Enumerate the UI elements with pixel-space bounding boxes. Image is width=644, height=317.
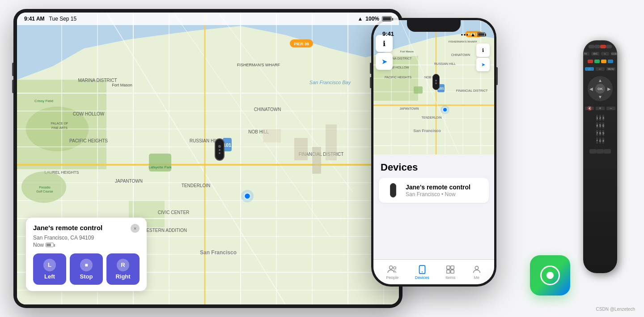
right-button-icon: R: [117, 259, 129, 271]
ipad-location-button[interactable]: ➤: [376, 53, 393, 70]
remote-bottom-btn-1[interactable]: [589, 149, 597, 154]
remote-dpad-up[interactable]: ▲: [598, 78, 602, 83]
svg-point-102: [441, 105, 449, 114]
remote-num-9[interactable]: 9: [602, 130, 604, 136]
svg-rect-53: [294, 138, 308, 160]
items-icon: [445, 265, 455, 274]
location-card: Jane's remote control × San Francisco, C…: [26, 218, 147, 291]
remote-num-6[interactable]: 6: [602, 122, 604, 129]
svg-rect-110: [447, 270, 450, 273]
remote-num-7[interactable]: 7: [596, 130, 598, 136]
remote-vol-down-btn[interactable]: −: [606, 107, 615, 110]
num-0-label: 0: [599, 139, 601, 142]
ipad-screen: 9:41 AM Tue Sep 15 ▲ 100%: [17, 13, 399, 304]
svg-text:PACIFIC HEIGHTS: PACIFIC HEIGHTS: [69, 138, 108, 143]
iphone-device-item[interactable]: Jane's remote control San Francisco • No…: [379, 178, 489, 203]
location-arrow-icon: ➤: [381, 57, 387, 66]
svg-text:San Francisco Bay: San Francisco Bay: [309, 80, 352, 85]
svg-text:Lafayette Park: Lafayette Park: [148, 165, 172, 169]
location-card-title: Jane's remote control: [33, 224, 102, 231]
svg-rect-56: [263, 129, 281, 142]
iphone-devices-title: Devices: [373, 154, 494, 178]
iphone-wifi-icon: ▲: [470, 32, 475, 37]
remote-num-4[interactable]: 4: [596, 122, 598, 129]
remote-num-3[interactable]: 3: [602, 115, 604, 121]
iphone-remote-body: [432, 74, 440, 90]
remote-mute-btn[interactable]: 🔇: [585, 107, 594, 110]
ipad-statusbar: 9:41 AM Tue Sep 15 ▲ 100%: [17, 13, 399, 25]
iphone-info-icon: ℹ: [482, 47, 484, 53]
remote-ok-button[interactable]: OK: [595, 84, 605, 94]
stop-button-icon: ■: [80, 259, 93, 271]
remote-btn-1[interactable]: [589, 45, 594, 48]
remote-tv-guide-btn[interactable]: TV: [583, 52, 589, 56]
iphone-tabbar: People Devices Items: [373, 259, 494, 284]
svg-text:TENDERLOIN: TENDERLOIN: [182, 183, 210, 188]
ipad-time: 9:41 AM: [24, 16, 45, 22]
ipad-statusbar-left: 9:41 AM Tue Sep 15: [24, 16, 76, 22]
remote-dpad-right[interactable]: ▶: [607, 86, 611, 91]
tab-me[interactable]: Me: [472, 265, 482, 280]
ipad-wifi-icon: ▲: [357, 16, 363, 22]
remote-blue-button[interactable]: [608, 60, 613, 63]
iphone-info-button[interactable]: ℹ: [476, 43, 490, 57]
remote-btn-3[interactable]: [606, 45, 612, 48]
location-card-time: Now: [33, 242, 140, 248]
stop-button-label: Stop: [80, 273, 93, 280]
remote-colored-buttons: [588, 60, 613, 63]
tab-devices-label: Devices: [415, 275, 429, 280]
svg-text:San Francisco: San Francisco: [200, 249, 237, 256]
svg-text:Golf Course: Golf Course: [36, 190, 53, 193]
num-1-label: 1: [596, 116, 598, 120]
remote-dpad-ring: ▲ ▼ ◀ ▶ OK: [588, 76, 613, 101]
remote-num-star[interactable]: *: [596, 137, 598, 144]
remote-num-hash[interactable]: #: [602, 137, 604, 144]
remote-power-button[interactable]: [600, 45, 606, 48]
location-card-header: Jane's remote control ×: [33, 224, 140, 233]
findmy-app-icon: [530, 255, 570, 296]
svg-text:PALACE OF: PALACE OF: [51, 122, 68, 125]
svg-rect-108: [447, 266, 450, 269]
iphone-battery-icon: [477, 32, 485, 37]
location-card-close-button[interactable]: ×: [131, 224, 140, 233]
num-8-label: 8: [599, 132, 601, 135]
remote-source-btn[interactable]: SRC: [591, 52, 599, 56]
remote-control-device: TV SRC ≡ GUIDE ⌂ ← MENU ▲: [583, 40, 617, 273]
remote-list-btn[interactable]: ≡: [601, 52, 609, 56]
num-6-label: 6: [602, 124, 604, 127]
tab-devices[interactable]: Devices: [415, 265, 429, 280]
remote-home-btn[interactable]: ⌂: [585, 67, 594, 71]
num-hash-label: #: [602, 139, 604, 142]
stop-control-button[interactable]: ■ Stop: [70, 253, 103, 285]
remote-yellow-button[interactable]: [601, 60, 606, 63]
remote-num-5[interactable]: 5: [599, 122, 601, 129]
tab-people-label: People: [386, 275, 398, 280]
remote-btn-2[interactable]: [594, 45, 600, 48]
remote-dpad-down[interactable]: ▼: [598, 94, 602, 99]
remote-num-2[interactable]: 2: [599, 115, 601, 121]
remote-red-button[interactable]: [588, 60, 593, 63]
remote-vol-up-btn[interactable]: +: [596, 107, 605, 110]
tab-people[interactable]: People: [386, 265, 398, 280]
iphone-time: 9:41: [382, 30, 394, 37]
remote-top-section: TV SRC ≡ GUIDE ⌂ ← MENU ▲: [583, 40, 617, 156]
svg-text:FINE ARTS: FINE ARTS: [51, 126, 68, 129]
remote-bottom-btn-3[interactable]: [604, 149, 611, 154]
left-control-button[interactable]: L Left: [33, 253, 66, 285]
iphone-volume-down: [370, 77, 371, 88]
remote-back-btn[interactable]: ←: [596, 67, 605, 71]
remote-num-1[interactable]: 1: [596, 115, 598, 121]
right-control-button[interactable]: R Right: [106, 253, 140, 285]
remote-guide-btn[interactable]: GUIDE: [611, 52, 617, 56]
remote-dpad-left[interactable]: ◀: [589, 86, 593, 91]
remote-num-8[interactable]: 8: [599, 130, 601, 136]
svg-text:COW HOLLOW: COW HOLLOW: [73, 111, 105, 116]
iphone-location-button[interactable]: ➤: [476, 58, 490, 71]
remote-bottom-btn-2[interactable]: [597, 149, 604, 154]
svg-text:FISHERMAN'S WHARF: FISHERMAN'S WHARF: [449, 40, 477, 43]
remote-num-0[interactable]: 0: [599, 137, 601, 144]
remote-green-button[interactable]: [594, 60, 600, 63]
remote-menu-btn[interactable]: MENU: [606, 67, 615, 71]
tab-items[interactable]: Items: [445, 265, 455, 280]
findmy-icon-background: [530, 255, 570, 296]
